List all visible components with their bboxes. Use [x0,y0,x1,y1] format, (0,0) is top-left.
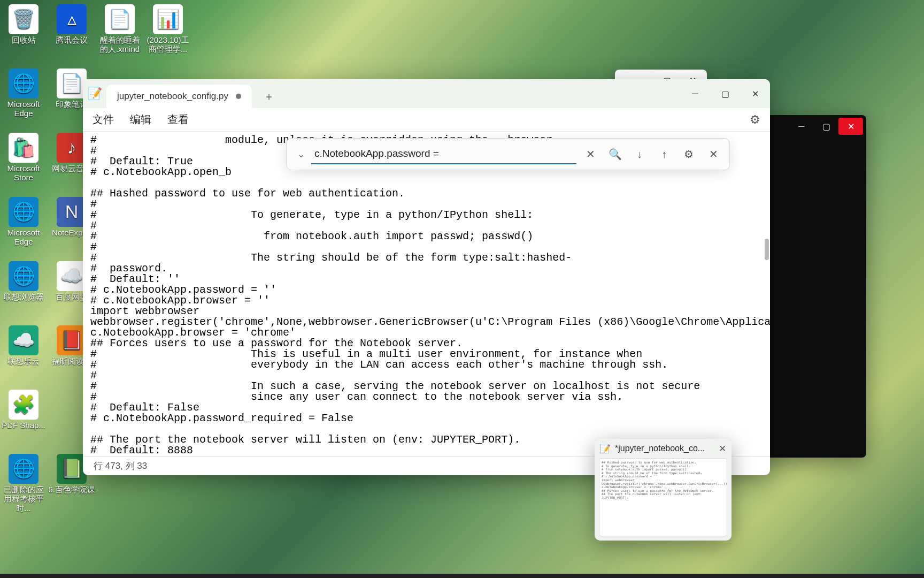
app-icon: 🌐 [9,454,38,484]
app-icon: 🌐 [9,197,38,227]
taskbar[interactable] [0,574,924,578]
notepad-app-icon: 📝 [83,79,106,108]
icon-label: 6.百色学院课 [48,485,95,494]
settings-button[interactable]: ⚙ [750,113,760,127]
menu-view[interactable]: 查看 [167,112,189,127]
app-icon: 🧩 [9,390,38,420]
text-content[interactable]: # module, unless it is overridden using … [83,132,770,456]
thumb-close-button[interactable]: ✕ [719,443,726,454]
find-prev-button[interactable]: ↑ [653,143,675,165]
icon-label: 已删除的应用程考核平时... [0,485,47,513]
tab-title: jupyter_notebook_config.py [117,91,228,102]
app-icon: 🗑️ [9,4,38,34]
app-icon: N [57,197,87,227]
app-icon: ♪ [57,133,87,163]
icon-label: (2023.10)工商管理学... [144,35,191,54]
app-icon: 📄 [105,4,135,34]
minimize-button[interactable]: ─ [680,82,710,105]
app-icon: 🌐 [9,261,38,291]
icon-label: 腾讯会议 [56,35,88,44]
icon-label: PDF Shap... [2,421,45,430]
icon-label: Microsoft Edge [0,100,47,118]
find-input[interactable] [311,144,576,164]
desktop-icon[interactable]: 📊(2023.10)工商管理学... [144,4,191,54]
menu-file[interactable]: 文件 [93,112,114,127]
icon-label: Microsoft Edge [0,228,47,247]
desktop-icon[interactable]: 🌐Microsoft Edge [0,69,47,118]
app-icon: 📊 [153,4,183,34]
desktop-icon[interactable]: ▵腾讯会议 [48,4,95,44]
notepad-window: 📝 jupyter_notebook_config.py ＋ ─ ▢ ✕ 文件 … [83,79,770,475]
desktop-icon[interactable]: 🌐Microsoft Edge [0,197,47,247]
clear-search-button[interactable]: ✕ [580,143,601,165]
close-button[interactable]: ✕ [740,82,770,105]
app-icon: 📕 [57,325,87,355]
desktop-icon[interactable]: 🛍️Microsoft Store [0,133,47,182]
icon-label: 回收站 [12,35,36,44]
menu-edit[interactable]: 编辑 [130,112,151,127]
app-icon: ▵ [57,4,87,34]
desktop-icon[interactable]: 🌐联想浏览器 [0,261,47,301]
thumb-app-icon: 📝 [600,444,611,454]
editor-area[interactable]: # module, unless it is overridden using … [83,132,770,456]
taskbar-thumbnail[interactable]: 📝 *jupyter_notebook_co... ✕ ## Hashed pa… [595,439,732,541]
find-bar: ⌄ ✕ 🔍 ↓ ↑ ⚙ ✕ [286,138,730,170]
find-options-button[interactable]: ⚙ [678,143,699,165]
icon-label: 联想浏览器 [4,292,44,301]
app-icon: 🛍️ [9,133,38,163]
search-icon[interactable]: 🔍 [604,143,626,165]
app-icon: 📗 [57,454,87,484]
find-next-button[interactable]: ↓ [629,143,650,165]
app-icon: ☁️ [57,261,87,291]
icon-label: Microsoft Store [0,164,47,182]
expand-replace-button[interactable]: ⌄ [294,149,308,160]
thumb-preview[interactable]: ## Hashed password to use for web authen… [599,458,727,536]
desktop-icon[interactable]: ☁️联想乐云 [0,325,47,366]
titlebar[interactable]: 📝 jupyter_notebook_config.py ＋ ─ ▢ ✕ [83,79,770,108]
term-minimize-button[interactable]: ─ [789,118,814,135]
app-icon: ☁️ [9,325,38,355]
term-close-button[interactable]: ✕ [838,118,863,135]
desktop-icon[interactable]: 🗑️回收站 [0,4,47,44]
maximize-button[interactable]: ▢ [710,82,740,105]
unsaved-indicator-icon [236,94,241,99]
tab-active[interactable]: jupyter_notebook_config.py [106,85,252,108]
desktop-icon[interactable]: 📄醒着的睡着的人.xmind [96,4,143,54]
app-icon: 📄 [57,69,87,98]
close-find-button[interactable]: ✕ [703,143,724,165]
term-maximize-button[interactable]: ▢ [814,118,838,135]
scrollbar-thumb[interactable] [765,239,769,260]
new-tab-button[interactable]: ＋ [257,85,281,108]
icon-label: 联想乐云 [7,356,40,366]
icon-label: 醒着的睡着的人.xmind [96,35,143,54]
app-icon: 🌐 [9,69,38,98]
thumb-title: *jupyter_notebook_co... [615,444,705,453]
desktop-icon[interactable]: 🧩PDF Shap... [0,390,47,430]
desktop-icon[interactable]: 🌐已删除的应用程考核平时... [0,454,47,513]
menubar: 文件 编辑 查看 ⚙ [83,108,770,132]
cursor-position: 行 473, 列 33 [94,460,147,472]
